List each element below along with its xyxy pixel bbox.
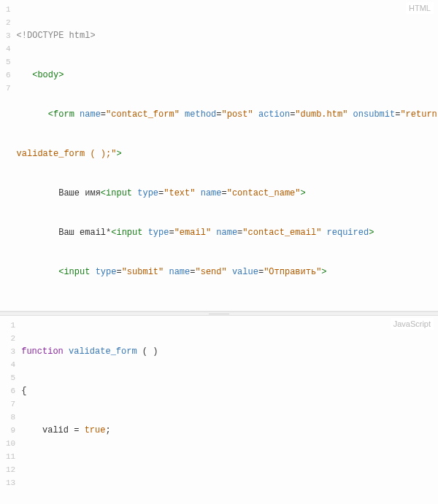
js-panel-label: JavaScript — [391, 318, 434, 330]
js-gutter: 1 2 3 4 5 6 7 8 9 10 11 12 13 — [0, 319, 21, 504]
html-panel-label: HTML — [406, 2, 434, 14]
html-gutter: 1 2 3 4 5 6 7 — [0, 3, 17, 305]
html-editor-panel: HTML 1 2 3 4 5 6 7 <!DOCTYPE html> <body… — [0, 0, 438, 311]
js-code-area[interactable]: function validate_form ( ) { valid = tru… — [21, 319, 438, 504]
html-code-area[interactable]: <!DOCTYPE html> <body> <form name="conta… — [17, 3, 438, 305]
js-editor-panel: JavaScript 1 2 3 4 5 6 7 8 9 10 11 12 13… — [0, 316, 438, 504]
